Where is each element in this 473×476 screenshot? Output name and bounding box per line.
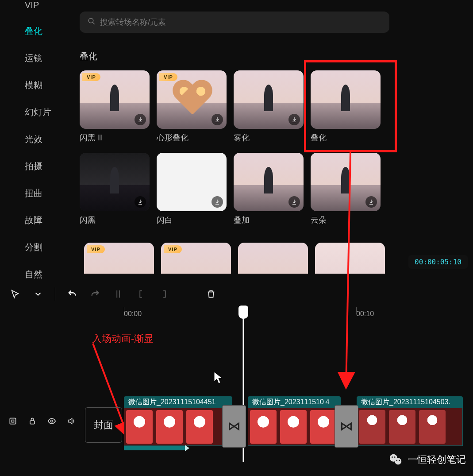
download-icon[interactable]: [288, 196, 300, 208]
preview-icon[interactable]: [7, 415, 19, 427]
transition-tile[interactable]: 闪白: [157, 153, 227, 225]
transition-handle[interactable]: [222, 405, 246, 448]
transition-label: 闪白: [157, 215, 227, 225]
clip[interactable]: [248, 408, 341, 446]
sidebar-item-camera[interactable]: 运镜: [25, 52, 71, 64]
transition-label: 叠加: [234, 215, 304, 225]
redo-icon[interactable]: [89, 288, 101, 300]
sidebar-item-light[interactable]: 光效: [25, 133, 71, 145]
playhead[interactable]: [238, 306, 248, 319]
watermark: 一恒轻创笔记: [388, 452, 466, 467]
sidebar-item-shoot[interactable]: 拍摄: [25, 160, 71, 172]
sidebar-item-distort[interactable]: 扭曲: [25, 187, 71, 199]
sidebar-item-dissolve[interactable]: 叠化: [25, 25, 71, 37]
vip-badge: VIP: [82, 73, 100, 81]
section-title: 叠化: [80, 50, 464, 62]
svg-rect-6: [30, 421, 35, 424]
timeline-ruler[interactable]: 00:00 00:10: [80, 307, 473, 325]
bracket-left-icon[interactable]: [135, 288, 147, 300]
transitions-grid-overflow: VIP VIP: [84, 243, 394, 274]
transitions-panel: 叠化 VIP 闪黑 II VIP 心形叠化: [71, 0, 473, 273]
svg-point-10: [392, 457, 393, 458]
vip-badge: VIP: [164, 245, 182, 253]
ruler-tick-label: 00:10: [356, 310, 374, 317]
svg-point-7: [51, 420, 53, 422]
clip-name: 微信图片_2023111510４: [248, 396, 341, 408]
transition-tile[interactable]: 叠加: [234, 153, 304, 225]
clip[interactable]: [357, 408, 463, 446]
mouse-cursor-icon: [213, 371, 224, 384]
sidebar-item-slideshow[interactable]: 幻灯片: [25, 106, 71, 118]
sidebar-item-glitch[interactable]: 故障: [25, 214, 71, 226]
transition-label: 心形叠化: [157, 132, 227, 143]
download-icon[interactable]: [288, 114, 300, 125]
search-icon: [88, 17, 96, 27]
wechat-icon: [388, 452, 403, 467]
undo-icon[interactable]: [66, 288, 78, 300]
ruler-tick-label: 00:00: [124, 310, 142, 317]
transition-tile[interactable]: 云朵: [311, 153, 381, 225]
annotation-text: 入场动画-渐显: [92, 332, 154, 345]
watermark-text: 一恒轻创笔记: [408, 453, 466, 466]
svg-point-11: [394, 457, 396, 458]
clip-name: 微信图片_20231115104503.: [357, 396, 463, 408]
speaker-icon[interactable]: [65, 415, 77, 427]
clip[interactable]: [124, 408, 232, 446]
eye-icon[interactable]: [46, 415, 58, 427]
cover-button[interactable]: 封面: [85, 407, 122, 443]
split-icon[interactable]: [112, 288, 124, 300]
transition-tile-highlighted[interactable]: 叠化: [311, 70, 381, 143]
transition-tile[interactable]: VIP: [84, 243, 154, 274]
sidebar-item-nature[interactable]: 自然: [25, 268, 71, 280]
download-icon[interactable]: [365, 196, 377, 208]
category-sidebar: VIP 叠化 运镜 模糊 幻灯片 光效 拍摄 扭曲 故障 分割 自然: [0, 0, 71, 273]
svg-rect-4: [10, 418, 15, 424]
transition-label: 闪黑: [80, 215, 150, 225]
transition-tile[interactable]: VIP 闪黑 II: [80, 70, 150, 143]
cursor-tool-icon[interactable]: [9, 288, 21, 300]
vip-badge: VIP: [87, 245, 105, 253]
transition-label: 雾化: [234, 132, 304, 143]
svg-point-9: [395, 458, 401, 464]
svg-point-12: [396, 460, 398, 461]
transition-tile[interactable]: VIP: [161, 243, 231, 274]
bracket-right-icon[interactable]: [158, 288, 170, 300]
sidebar-item-blur[interactable]: 模糊: [25, 79, 71, 91]
download-icon[interactable]: [212, 114, 223, 125]
svg-point-0: [88, 18, 93, 23]
transition-tile[interactable]: 闪黑: [80, 153, 150, 225]
transition-tile[interactable]: VIP 心形叠化: [157, 70, 227, 143]
download-icon[interactable]: [135, 114, 146, 125]
search-box[interactable]: [80, 12, 389, 33]
clip-name: 微信图片_20231115104451: [124, 396, 232, 408]
download-icon[interactable]: [135, 196, 146, 208]
svg-rect-5: [12, 420, 14, 422]
chevron-down-icon[interactable]: [32, 288, 44, 300]
transition-tile[interactable]: [315, 243, 385, 274]
vip-badge: VIP: [159, 73, 177, 81]
svg-line-1: [92, 22, 95, 24]
transition-label: 叠化: [311, 132, 381, 143]
sidebar-item-split[interactable]: 分割: [25, 241, 71, 253]
effect-range-bar[interactable]: [124, 446, 186, 450]
search-input[interactable]: [100, 18, 381, 27]
svg-point-13: [399, 460, 400, 461]
lock-icon[interactable]: [27, 415, 38, 427]
transition-label: 云朵: [311, 215, 381, 225]
transitions-grid: VIP 闪黑 II VIP 心形叠化 雾化 叠化: [80, 70, 464, 225]
download-icon[interactable]: [212, 196, 223, 208]
video-track[interactable]: 微信图片_20231115104451 微信图片_2023111510４ 微信图…: [124, 396, 469, 452]
delete-icon[interactable]: [205, 288, 217, 300]
timeline-toolbar: [0, 281, 473, 307]
track-controls: [7, 415, 77, 427]
sidebar-item-vip[interactable]: VIP: [25, 0, 71, 10]
timecode-display: 00:00:05:10: [408, 255, 468, 269]
transition-tile[interactable]: 雾化: [234, 70, 304, 143]
transition-label: 闪黑 II: [80, 132, 150, 143]
transition-handle[interactable]: [335, 405, 358, 448]
transition-tile[interactable]: [238, 243, 308, 274]
